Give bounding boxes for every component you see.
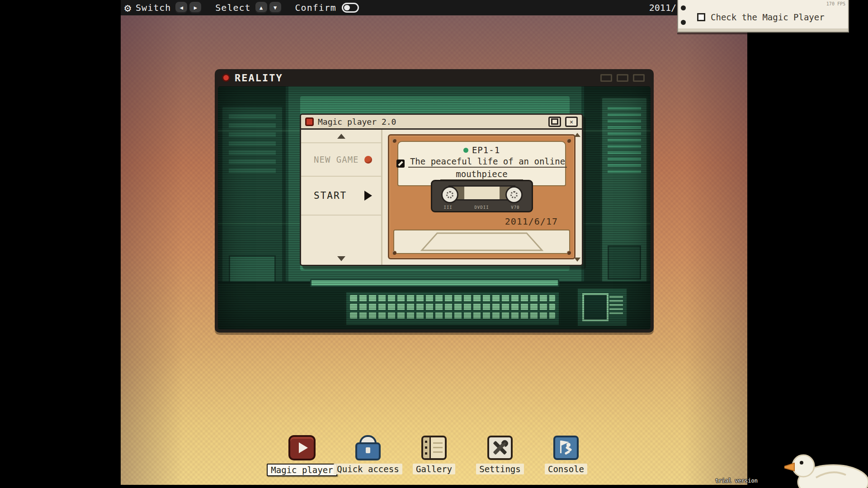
desktop-icon-row: Magic player Quick access Gallery Settin…	[121, 434, 747, 476]
cassette-area: EP1-1 The peaceful life of an online mou…	[382, 130, 582, 265]
up-arrow-button-icon: ▲	[255, 2, 267, 14]
pen-icon	[396, 160, 405, 168]
gear-icon[interactable]: ⚙	[124, 1, 131, 14]
up-triangle-icon	[337, 134, 345, 139]
window-button-icon[interactable]	[617, 74, 628, 82]
desktop-icon-magic-player[interactable]: Magic player	[274, 434, 330, 476]
panel-scroll-down[interactable]	[574, 258, 580, 262]
gallery-icon	[421, 436, 447, 460]
window-button-icon[interactable]	[633, 74, 645, 82]
cassette-label-card: EP1-1 The peaceful life of an online mou…	[397, 141, 566, 186]
magic-player-icon	[288, 435, 316, 460]
screw-icon	[567, 251, 571, 255]
magic-player-app-icon	[305, 117, 314, 126]
reality-title: REALITY	[235, 72, 283, 84]
date-display: 2011/	[649, 0, 676, 15]
screw-icon	[392, 251, 396, 255]
menu-scroll-up[interactable]	[301, 130, 381, 142]
trial-version-watermark: trial version	[715, 478, 758, 484]
screw-icon	[392, 139, 396, 143]
episode-code: EP1-1	[472, 145, 500, 155]
spiral-ring-icon	[681, 5, 686, 10]
episode-dot-icon	[463, 148, 468, 153]
minimize-button[interactable]	[548, 117, 561, 127]
console-icon	[553, 436, 579, 460]
icon-label: Magic player	[267, 464, 337, 476]
right-arrow-button-icon: ▶	[189, 2, 201, 14]
dialog-titlebar: Magic player 2.0 ✕	[301, 115, 582, 130]
icon-label: Console	[545, 464, 587, 474]
spiral-ring-icon	[681, 20, 686, 25]
icon-label: Settings	[476, 464, 524, 474]
quick-access-icon	[354, 435, 382, 460]
panel-scroll-up[interactable]	[574, 133, 580, 137]
cassette-reel-icon	[505, 186, 523, 203]
episode-date: 2011/6/17	[505, 216, 558, 227]
desktop-icon-settings[interactable]: Settings	[472, 434, 528, 476]
reality-titlebar: REALITY	[215, 69, 654, 86]
select-hint-label: Select	[215, 2, 250, 13]
cassette-mark-left: III	[444, 205, 453, 210]
confirm-button-icon	[342, 3, 359, 13]
new-game-dot-icon	[364, 156, 372, 164]
desktop-icon-gallery[interactable]: Gallery	[406, 434, 462, 476]
episode-menu: NEW GAME START	[301, 130, 382, 265]
keyboard	[344, 291, 561, 327]
play-icon	[364, 191, 372, 201]
cassette-tray	[393, 230, 570, 254]
down-arrow-button-icon: ▼	[269, 2, 281, 14]
window-button-icon[interactable]	[600, 74, 612, 82]
left-arrow-button-icon: ◀	[175, 2, 187, 14]
top-hint-bar: ⚙ Switch ◀ ▶ Select ▲ ▼ Confirm 2011/	[121, 0, 747, 15]
magic-player-dialog: Magic player 2.0 ✕ NEW GAME START	[300, 113, 583, 266]
desktop-icon-console[interactable]: Console	[538, 434, 594, 476]
confirm-hint-label: Confirm	[295, 2, 336, 13]
episode-title-line2: mouthpiece	[440, 169, 523, 180]
task-checkbox[interactable]	[697, 13, 705, 21]
menu-scroll-down[interactable]	[301, 252, 381, 265]
close-button[interactable]: ✕	[565, 117, 578, 127]
menu-item-new-game[interactable]: NEW GAME	[301, 142, 381, 176]
record-dot-icon	[222, 74, 230, 82]
floppy-drive	[576, 287, 628, 328]
cassette-mark-mid: DVDII	[474, 205, 489, 210]
dialog-title: Magic player 2.0	[318, 117, 396, 127]
switch-hint-label: Switch	[136, 2, 171, 13]
task-label: Check the Magic Player	[711, 12, 825, 22]
cassette-tape: III DVDII V70	[431, 180, 533, 212]
monitor-base	[310, 279, 559, 287]
cassette-reel-icon	[441, 186, 458, 203]
menu-item-start[interactable]: START	[301, 176, 381, 216]
tray-outline	[412, 231, 552, 252]
icon-label: Gallery	[413, 464, 455, 474]
cassette-case: EP1-1 The peaceful life of an online mou…	[388, 134, 576, 259]
fps-counter: 170 FPS	[826, 1, 845, 6]
new-game-label: NEW GAME	[314, 155, 359, 164]
duck-mascot	[784, 454, 868, 488]
task-note-panel: Check the Magic Player 170 FPS	[677, 0, 849, 33]
settings-icon	[487, 436, 513, 460]
icon-label: Quick access	[334, 464, 402, 474]
screw-icon	[567, 139, 571, 143]
start-label: START	[314, 190, 347, 201]
desktop-icon-quick-access[interactable]: Quick access	[340, 434, 396, 476]
cassette-mark-right: V70	[511, 205, 519, 210]
down-triangle-icon	[337, 256, 345, 261]
episode-title-line1: The peaceful life of an online	[408, 156, 567, 168]
